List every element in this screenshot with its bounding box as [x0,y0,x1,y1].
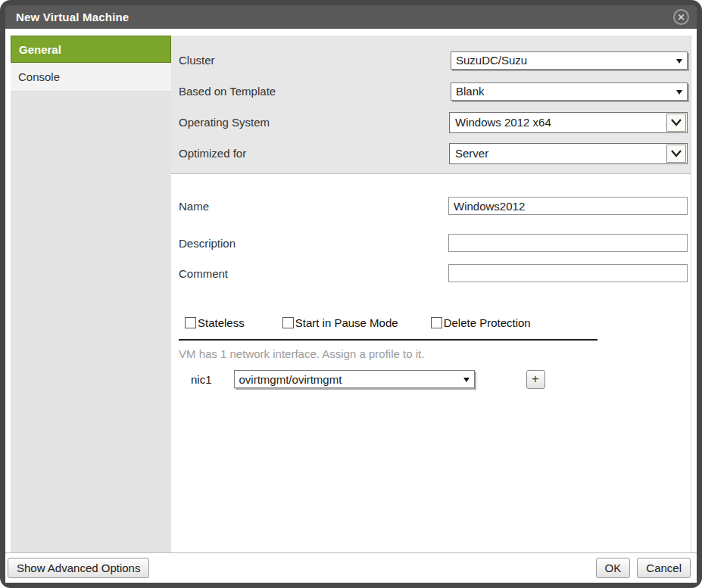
optimized-label: Optimized for [179,147,246,160]
sidebar-item-console[interactable]: Console [11,63,171,92]
optimized-value: Server [455,147,488,160]
template-dropdown[interactable]: Blank [451,82,688,101]
os-select[interactable]: Windows 2012 x64 [449,112,688,133]
chevron-down-icon [666,114,686,132]
cancel-button[interactable]: Cancel [637,558,691,578]
os-label: Operating System [179,116,270,129]
os-value: Windows 2012 x64 [455,116,551,129]
add-nic-button[interactable]: + [526,370,545,389]
start-in-pause-label: Start in Pause Mode [295,316,398,329]
description-input[interactable] [448,234,688,252]
stateless-label: Stateless [198,316,245,329]
dialog-body: General Console Cluster SuzuDC/Suzu Base… [5,29,697,552]
cluster-section: Cluster SuzuDC/Suzu Based on Template Bl… [171,36,691,174]
nic-label: nic1 [191,373,212,386]
ok-button[interactable]: OK [596,558,631,578]
dialog-title: New Virtual Machine [16,11,129,23]
sidebar-item-general[interactable]: General [11,36,171,63]
description-label: Description [179,237,236,250]
cluster-dropdown[interactable]: SuzuDC/Suzu [451,51,688,70]
template-label: Based on Template [179,85,276,98]
sidebar-item-general-label: General [19,43,61,56]
cluster-value: SuzuDC/Suzu [456,54,527,67]
network-note: VM has 1 network interface. Assign a pro… [179,347,691,360]
nic-row: nic1 ovirtmgmt/ovirtmgmt + [171,369,691,390]
dialog-footer: Show Advanced Options OK Cancel [5,552,697,583]
dropdown-arrow-icon [676,59,682,64]
delete-protection-checkbox[interactable] [431,317,442,328]
nic-profile-dropdown[interactable]: ovirtmgmt/ovirtmgmt [234,370,475,388]
cluster-row: Cluster SuzuDC/Suzu [171,45,691,76]
delete-protection-label: Delete Protection [444,316,531,329]
name-label: Name [179,200,209,213]
optimized-row: Optimized for Server [171,138,691,169]
name-row: Name [171,197,691,215]
dropdown-arrow-icon [676,90,682,95]
dialog-titlebar: New Virtual Machine ✕ [5,5,697,29]
template-row: Based on Template Blank [171,76,691,107]
dropdown-arrow-icon [463,378,470,382]
options-row: Stateless Start in Pause Mode Delete Pro… [171,315,691,330]
comment-row: Comment [171,264,691,282]
new-vm-dialog: New Virtual Machine ✕ General Console Cl… [0,0,702,588]
show-advanced-options-button[interactable]: Show Advanced Options [8,558,149,578]
cluster-label: Cluster [179,54,215,67]
optimized-select[interactable]: Server [449,143,688,164]
start-in-pause-checkbox[interactable] [282,317,294,328]
description-row: Description [171,234,691,252]
comment-label: Comment [179,267,228,280]
nic-profile-value: ovirtmgmt/ovirtmgmt [239,373,342,386]
footer-actions: OK Cancel [596,558,691,578]
content-panel: Cluster SuzuDC/Suzu Based on Template Bl… [171,36,691,552]
sidebar-item-console-label: Console [18,70,60,83]
template-value: Blank [456,85,485,98]
chevron-down-icon [666,145,686,163]
name-input[interactable] [448,197,688,215]
stateless-checkbox[interactable] [185,317,196,328]
comment-input[interactable] [448,264,688,282]
sidebar: General Console [11,36,171,552]
identity-section: Name Description Comment Stateless Start… [171,174,691,552]
network-divider [179,339,597,341]
close-icon[interactable]: ✕ [673,9,689,25]
os-row: Operating System Windows 2012 x64 [171,107,691,138]
